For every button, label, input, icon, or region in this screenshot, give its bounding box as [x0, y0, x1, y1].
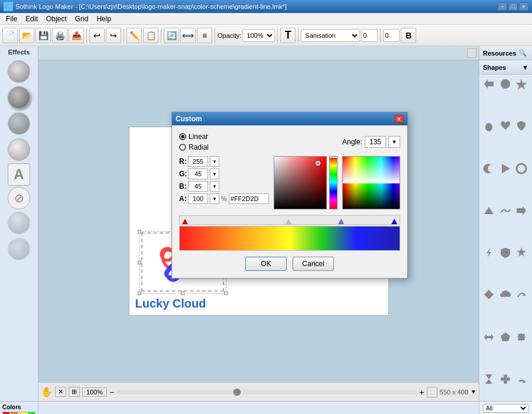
paste-button[interactable]: 📋 — [143, 28, 158, 43]
font-dropdown[interactable]: Sanisation — [301, 29, 360, 42]
ab-input[interactable] — [383, 29, 400, 42]
a-dropdown[interactable]: ▼ — [210, 193, 219, 204]
save-button[interactable]: 💾 — [35, 28, 51, 43]
a-input[interactable] — [188, 193, 208, 204]
shape-curve-arrow[interactable] — [514, 287, 528, 302]
menu-file[interactable]: File — [2, 14, 21, 24]
color-swatch[interactable] — [28, 412, 35, 414]
shape-arrow-left[interactable] — [482, 77, 496, 91]
zoom-slider[interactable] — [116, 390, 417, 394]
shape-pentagon[interactable] — [498, 330, 512, 344]
text-tool[interactable]: T — [280, 28, 296, 43]
shape-hourglass[interactable] — [482, 372, 496, 386]
shape-lightning[interactable] — [482, 245, 496, 260]
transform-button[interactable]: ⊞ — [69, 387, 80, 397]
delete-button[interactable]: ✕ — [55, 387, 66, 397]
handle-br[interactable] — [224, 292, 228, 295]
effect-text-a[interactable]: A — [8, 163, 30, 186]
align-button[interactable]: ≡ — [197, 28, 212, 43]
handle-ml[interactable] — [138, 261, 141, 264]
flip-button[interactable]: ⟺ — [180, 28, 196, 43]
brush-button[interactable]: ✏️ — [126, 28, 142, 43]
gradient-display-bar[interactable] — [179, 226, 400, 251]
b-input[interactable] — [188, 181, 208, 192]
effect-light[interactable] — [8, 138, 30, 161]
shape-heart[interactable] — [498, 119, 512, 133]
rotate-button[interactable]: 🔄 — [164, 28, 179, 43]
hand-tool[interactable]: ✋ — [41, 386, 53, 397]
menu-edit[interactable]: Edit — [22, 14, 41, 24]
shape-chevron-up[interactable] — [482, 203, 496, 218]
canvas-scroll-up[interactable] — [467, 48, 476, 58]
new-button[interactable]: 📄 — [2, 28, 18, 43]
shape-flower[interactable] — [498, 372, 512, 386]
title-bar-controls[interactable]: − □ × — [498, 2, 528, 11]
rainbow-palette[interactable] — [342, 156, 400, 209]
shape-crescent[interactable] — [482, 161, 496, 176]
gradient-stops-bar[interactable] — [179, 215, 400, 225]
linear-option[interactable]: Linear — [179, 132, 209, 141]
opacity-dropdown[interactable]: 100% — [242, 29, 275, 42]
shape-diamond[interactable] — [482, 287, 496, 302]
print-button[interactable]: 🖨️ — [52, 28, 67, 43]
menu-grid[interactable]: Grid — [72, 14, 92, 24]
shape-leaf[interactable] — [514, 119, 528, 133]
shape-arrow-right[interactable] — [514, 203, 528, 218]
effect-shadow[interactable] — [8, 86, 30, 109]
ok-button[interactable]: OK — [245, 257, 287, 271]
color-saturation-picker[interactable] — [274, 156, 327, 209]
zoom-in-button[interactable]: + — [420, 387, 424, 397]
g-input[interactable] — [188, 169, 208, 179]
effect-slash[interactable]: ⊘ — [8, 187, 30, 209]
zoom-out-button[interactable]: − — [109, 387, 114, 397]
dialog-close-button[interactable]: × — [394, 115, 404, 123]
export-button[interactable]: 📤 — [69, 28, 84, 43]
effect-dark[interactable] — [8, 112, 30, 135]
shape-play[interactable] — [498, 161, 512, 176]
maximize-button[interactable]: □ — [508, 2, 518, 11]
stop-3[interactable] — [338, 219, 344, 224]
zoom-thumb[interactable] — [233, 389, 241, 396]
fit-button[interactable] — [427, 387, 437, 397]
color-swatch[interactable] — [11, 412, 18, 414]
effect-none[interactable] — [8, 60, 30, 83]
shape-drop[interactable] — [482, 119, 496, 133]
close-button[interactable]: × — [519, 2, 528, 11]
cancel-button[interactable]: Cancel — [293, 257, 334, 271]
search-button[interactable]: 🔍 — [517, 48, 528, 59]
canvas-size-dropdown[interactable]: ▼ — [471, 389, 476, 395]
shapes-filter-dropdown[interactable]: All — [483, 404, 528, 413]
redo-button[interactable]: ↪ — [106, 28, 121, 43]
radial-radio[interactable] — [179, 144, 186, 151]
handle-bl[interactable] — [138, 292, 141, 295]
angle-dropdown-button[interactable]: ▼ — [388, 136, 400, 148]
bold-button[interactable]: B — [401, 28, 416, 43]
color-swatch[interactable] — [20, 412, 27, 414]
shape-gear[interactable] — [514, 330, 528, 344]
angle-input[interactable] — [365, 136, 386, 148]
handle-bc[interactable] — [181, 292, 184, 295]
radial-option[interactable]: Radial — [179, 143, 209, 151]
r-dropdown[interactable]: ▼ — [210, 156, 219, 167]
shape-star-4[interactable] — [514, 77, 528, 91]
shape-wave[interactable] — [498, 203, 512, 218]
minimize-button[interactable]: − — [498, 2, 507, 11]
shape-double-arrow[interactable] — [482, 330, 496, 344]
shape-circle-filled[interactable] — [498, 77, 512, 91]
font-size-input[interactable] — [361, 29, 378, 42]
menu-help[interactable]: Help — [93, 14, 115, 24]
handle-tl[interactable] — [138, 230, 141, 234]
shapes-dropdown-arrow[interactable]: ▼ — [522, 64, 528, 71]
menu-object[interactable]: Object — [43, 14, 70, 24]
hue-strip[interactable] — [329, 156, 338, 209]
stop-1[interactable] — [182, 219, 188, 224]
stop-2[interactable] — [286, 219, 291, 224]
shape-ring[interactable] — [514, 161, 528, 176]
shape-badge[interactable] — [514, 245, 528, 260]
g-dropdown[interactable]: ▼ — [210, 169, 219, 179]
hex-input[interactable] — [229, 193, 269, 204]
r-input[interactable] — [188, 156, 208, 167]
color-swatch[interactable] — [2, 412, 10, 414]
linear-radio[interactable] — [179, 133, 186, 140]
undo-button[interactable]: ↩ — [89, 28, 105, 43]
